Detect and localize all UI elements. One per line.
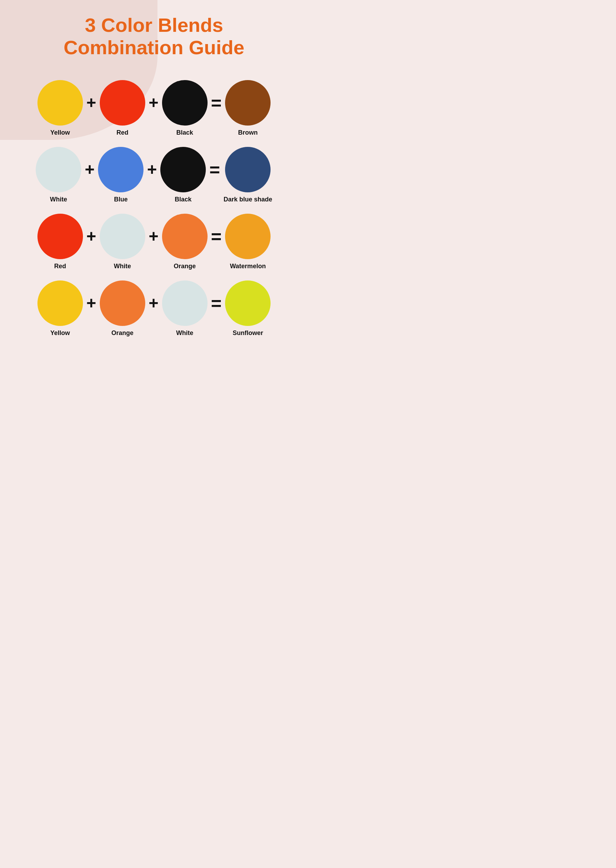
circle-white1 [36,147,81,192]
label-red2: Red [54,263,66,270]
circle-yellow2 [38,280,83,326]
color-item-black1: Black [162,80,207,136]
equals-operator-1: = [211,94,222,112]
color-item-watermelon: Watermelon [225,214,270,270]
plus-operator-8: + [149,295,159,312]
circle-red2 [38,214,83,259]
color-item-red2: Red [38,214,83,270]
equals-operator-4: = [211,294,222,312]
label-white1: White [50,196,67,203]
blend-row-2: White + Blue + Black = Dark blue shade [7,143,301,207]
label-sunflower: Sunflower [233,329,263,337]
plus-operator-5: + [86,228,96,245]
color-item-brown: Brown [225,80,270,136]
page-title: 3 Color Blends Combination Guide [64,14,244,59]
plus-operator-7: + [86,295,96,312]
label-yellow: Yellow [50,129,70,136]
blend-rows-container: Yellow + Red + Black = Brown White [7,77,301,340]
circle-watermelon [225,214,270,259]
color-item-black2: Black [160,147,206,203]
label-brown: Brown [238,129,258,136]
label-black1: Black [176,129,193,136]
blend-row-3: Red + White + Orange = Watermelon [7,210,301,274]
circle-dark-blue [225,147,270,192]
label-blue1: Blue [114,196,128,203]
blend-row-4: Yellow + Orange + White = Sunflower [7,277,301,340]
circle-orange1 [162,214,207,259]
blend-row-1: Yellow + Red + Black = Brown [7,77,301,140]
color-item-orange1: Orange [162,214,207,270]
color-item-white2: White [100,214,145,270]
label-black2: Black [174,196,192,203]
label-white3: White [176,329,193,337]
color-item-yellow2: Yellow [38,280,83,337]
plus-operator-1: + [86,94,96,111]
plus-operator-6: + [149,228,159,245]
main-content: 3 Color Blends Combination Guide Yellow … [0,0,308,354]
color-item-white1: White [36,147,81,203]
circle-black1 [162,80,207,125]
equals-operator-2: = [209,160,220,179]
color-item-red1: Red [100,80,145,136]
label-white2: White [114,263,131,270]
equals-operator-3: = [211,227,222,246]
color-item-blue1: Blue [98,147,143,203]
circle-white3 [162,280,207,326]
circle-white2 [100,214,145,259]
color-item-white3: White [162,280,207,337]
label-dark-blue: Dark blue shade [224,196,272,203]
label-orange2: Orange [111,329,134,337]
circle-sunflower [225,280,270,326]
plus-operator-3: + [85,161,94,178]
label-watermelon: Watermelon [230,263,266,270]
color-item-yellow: Yellow [38,80,83,136]
circle-orange2 [100,280,145,326]
color-item-orange2: Orange [100,280,145,337]
circle-blue1 [98,147,143,192]
color-item-sunflower: Sunflower [225,280,270,337]
label-orange1: Orange [174,263,196,270]
circle-black2 [160,147,206,192]
circle-red1 [100,80,145,125]
circle-brown [225,80,270,125]
plus-operator-4: + [147,161,157,178]
circle-yellow [38,80,83,125]
label-red1: Red [116,129,129,136]
label-yellow2: Yellow [50,329,70,337]
color-item-dark-blue: Dark blue shade [224,147,272,203]
plus-operator-2: + [149,94,159,111]
